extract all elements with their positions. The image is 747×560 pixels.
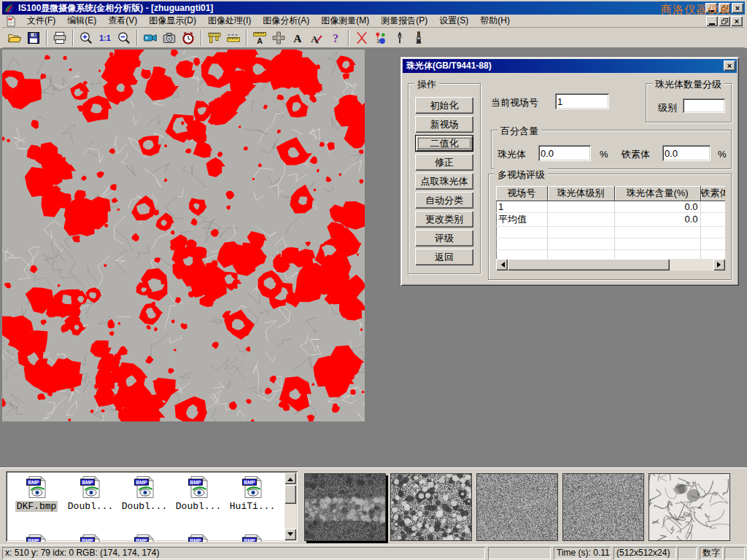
hscroll-thumb[interactable] [508, 259, 670, 271]
tool-curve-tool-button[interactable] [352, 29, 371, 47]
tool-measure-font-button[interactable]: A [250, 29, 269, 47]
file-item-partial[interactable]: BMP [118, 534, 171, 542]
thumbnail-5[interactable] [649, 473, 730, 541]
svg-text:A: A [257, 36, 263, 44]
tool-clock-button[interactable] [179, 29, 198, 47]
menu-bar-items: 文件(F)编辑(E)查看(V)图像显示(D)图像处理(I)图像分析(A)图像测量… [21, 14, 516, 28]
tool-count-tool-button[interactable]: 3 [371, 29, 390, 47]
file-item[interactable]: BMPDKF.bmp [10, 475, 63, 512]
micrograph-canvas[interactable] [2, 50, 365, 421]
menu-item-6[interactable]: 图像分析(A) [257, 14, 315, 28]
mdi-restore-button[interactable] [719, 16, 730, 26]
file-item-partial[interactable]: BMP [172, 534, 225, 542]
toolbar-separator [72, 30, 74, 46]
op-button-1[interactable]: 初始化 [415, 97, 473, 114]
tool-capture-camera-button[interactable] [160, 29, 179, 47]
tool-print-button[interactable] [50, 29, 69, 47]
pearlite-percent-input[interactable] [538, 145, 591, 161]
table-cell: 1 [496, 201, 547, 212]
dialog-close-button[interactable]: × [724, 61, 735, 71]
table-cell [547, 201, 614, 212]
file-list[interactable]: BMPDKF.bmpBMPDoubl...BMPDoubl...BMPDoubl… [6, 471, 298, 542]
op-button-5[interactable]: 点取珠光体 [415, 173, 473, 190]
table-row[interactable]: 平均值0.0 [496, 212, 725, 226]
tool-pen-tool-button[interactable] [390, 29, 409, 47]
file-item[interactable]: BMPDoubl... [172, 475, 225, 512]
menu-item-3[interactable]: 查看(V) [102, 14, 143, 28]
file-name: Doubl... [66, 501, 115, 512]
vscroll-thumb[interactable] [285, 485, 296, 504]
scroll-right-button[interactable] [713, 259, 725, 271]
table-col-header[interactable]: 珠光体含量(%) [614, 186, 700, 201]
table-col-header[interactable]: 视场号 [496, 186, 547, 201]
table-cell [700, 226, 725, 238]
bmp-file-icon: BMP [25, 475, 48, 499]
tool-save-button[interactable] [24, 29, 43, 47]
table-row[interactable] [496, 249, 725, 259]
thumbnail-3[interactable] [476, 473, 558, 541]
op-button-3[interactable]: 二值化 [415, 135, 473, 152]
grade-input[interactable] [683, 98, 725, 113]
op-button-4[interactable]: 修正 [415, 154, 473, 171]
mdi-close-button[interactable]: × [731, 16, 743, 26]
table-col-header[interactable]: 珠光体级别 [547, 186, 614, 201]
file-item-partial[interactable]: BMP [64, 534, 117, 542]
mdi-minimize-button[interactable] [706, 16, 718, 26]
clock-icon [181, 31, 196, 45]
minimize-button[interactable] [705, 3, 717, 13]
mdi-close-icon: × [735, 18, 739, 26]
file-item-partial[interactable]: BMP [226, 534, 279, 542]
tool-zoom-out-button[interactable] [115, 29, 133, 47]
file-scroll-up-button[interactable] [285, 472, 296, 484]
table-hscrollbar[interactable] [496, 259, 725, 271]
current-view-input[interactable] [555, 93, 609, 109]
table-row[interactable] [496, 226, 725, 238]
tool-grid-tool-button[interactable] [269, 29, 288, 47]
bmp-file-icon: BMP [187, 534, 210, 542]
tool-caliper-button[interactable] [205, 29, 224, 47]
table-col-header[interactable]: 铁素体含量(%) [700, 186, 725, 201]
app-logo-icon [4, 2, 15, 14]
file-item[interactable]: BMPHuiTi... [226, 475, 279, 512]
ferrite-percent-input[interactable] [662, 145, 711, 161]
dialog-title-bar[interactable]: 珠光体(GB/T9441-88) × [403, 59, 737, 73]
file-scroll-down-button[interactable] [285, 529, 296, 540]
op-button-2[interactable]: 新视场 [415, 116, 473, 133]
table-row[interactable] [496, 238, 725, 249]
menu-item-7[interactable]: 图像测量(M) [315, 14, 375, 28]
menu-item-5[interactable]: 图像处理(I) [202, 14, 257, 28]
menu-item-10[interactable]: 帮助(H) [474, 14, 516, 28]
document-icon[interactable]: DOC [5, 15, 17, 27]
tool-actual-size-button[interactable]: 1:1 [96, 29, 115, 47]
close-button[interactable]: × [732, 3, 743, 13]
actual-size-icon: 1:1 [98, 31, 112, 45]
tool-text-button[interactable]: A [288, 29, 307, 47]
thumbnail-1[interactable] [304, 473, 386, 541]
tool-zoom-in-button[interactable] [77, 29, 96, 47]
tool-ruler-button[interactable] [224, 29, 243, 47]
menu-item-9[interactable]: 设置(S) [433, 14, 474, 28]
file-item[interactable]: BMPDoubl... [118, 475, 171, 512]
file-list-vscrollbar[interactable] [285, 472, 296, 540]
table-row[interactable]: 10.0 [496, 201, 725, 212]
tool-open-folder-button[interactable] [5, 29, 24, 47]
thumbnail-2[interactable] [390, 473, 472, 541]
op-button-9[interactable]: 返回 [415, 249, 473, 265]
restore-button[interactable] [719, 3, 730, 13]
menu-item-4[interactable]: 图像显示(D) [143, 14, 202, 28]
tool-help-button[interactable]: ? [326, 29, 345, 47]
menu-item-2[interactable]: 编辑(E) [61, 14, 102, 28]
tool-brush-tool-button[interactable] [409, 29, 428, 47]
tool-video-camera-button[interactable] [141, 29, 160, 47]
op-button-8[interactable]: 评级 [415, 230, 473, 246]
multi-view-table-wrap[interactable]: 视场号珠光体级别珠光体含量(%)铁素体含量(%)10.0平均值0.0 [496, 186, 725, 259]
file-item-partial[interactable]: BMP [10, 534, 63, 542]
scroll-left-button[interactable] [496, 259, 508, 271]
op-button-6[interactable]: 自动分类 [415, 192, 473, 209]
menu-item-8[interactable]: 测量报告(P) [375, 14, 433, 28]
menu-item-1[interactable]: 文件(F) [21, 14, 61, 28]
op-button-7[interactable]: 更改类别 [415, 211, 473, 228]
file-item[interactable]: BMPDoubl... [64, 475, 117, 512]
tool-annotate-button[interactable]: A [307, 29, 326, 47]
thumbnail-4[interactable] [562, 473, 644, 541]
